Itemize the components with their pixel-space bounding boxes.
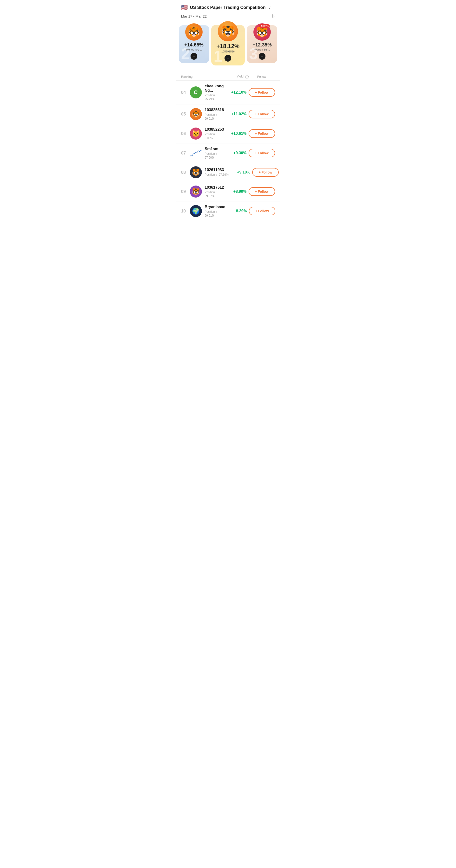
follow-button[interactable]: + Follow	[249, 207, 275, 215]
table-header: Ranking Yield i Follow	[176, 73, 280, 81]
user-info: 103617512 Position：99.87%	[205, 185, 225, 198]
podium-first: 1 🐯 +18.12% 105591586 +	[211, 25, 245, 65]
podium-follow-third[interactable]: +	[259, 53, 265, 60]
col-ranking: Ranking	[181, 75, 225, 79]
yield-value: +10.61%	[225, 131, 247, 136]
user-avatar: 🌍	[190, 205, 202, 217]
table-row: 10 🌍 BryanIsaac Position：99.91% +8.29% +…	[176, 202, 280, 221]
rank-number: 08	[181, 170, 190, 175]
date-range: Mar 17 - Mar 22	[181, 14, 207, 18]
follow-button[interactable]: + Follow	[249, 187, 275, 196]
table-row: 05 🐯 103825618 Position：99.01% +11.02% +…	[176, 104, 280, 124]
user-avatar: 🐱	[190, 128, 202, 140]
yield-value: +12.10%	[225, 90, 247, 95]
user-info: 103852253 Position：0.00%	[205, 127, 225, 140]
podium-follow-first[interactable]: +	[225, 55, 231, 62]
user-info: chee kong Ng... Position：25.79%	[205, 84, 225, 101]
yield-value: +8.90%	[225, 189, 247, 194]
yield-value: +9.10%	[229, 170, 250, 175]
user-position: Position：99.87%	[205, 190, 225, 198]
leaderboard-list: 04 C chee kong Ng... Position：25.79% +12…	[176, 81, 280, 221]
table-row: 04 C chee kong Ng... Position：25.79% +12…	[176, 81, 280, 104]
yield-info-icon[interactable]: i	[245, 75, 249, 79]
follow-button[interactable]: + Follow	[252, 168, 279, 177]
table-row: 09 🐯 103617512 Position：99.87% +8.90% + …	[176, 182, 280, 202]
avatar-emoji-first: 🐯	[218, 21, 238, 41]
loss-badge: -58.97%	[259, 24, 270, 28]
follow-button[interactable]: + Follow	[249, 149, 275, 157]
rank-number: 04	[181, 90, 190, 95]
table-row: 07 Sm1sm Position：57.50% +9.30% + Follow	[176, 144, 280, 163]
podium-yield-first: +18.12%	[217, 43, 239, 50]
user-position: Position：-27.59%	[205, 173, 229, 177]
podium-yield-second: +14.65%	[184, 42, 204, 48]
avatar-first: 🐯	[218, 21, 238, 41]
podium-follow-second[interactable]: +	[191, 53, 197, 60]
rank-number: 09	[181, 189, 190, 194]
user-avatar: C	[190, 86, 202, 98]
podium-name-second: Money is G...	[186, 48, 202, 51]
table-row: 08 🐯 102611933 Position：-27.59% +9.10% +…	[176, 163, 280, 182]
user-info: Sm1sm Position：57.50%	[205, 147, 225, 159]
podium-yield-third: +12.35%	[252, 42, 272, 48]
rank-number: 10	[181, 209, 190, 214]
competition-title: US Stock Paper Trading Competition	[190, 5, 266, 10]
user-info: 103825618 Position：99.01%	[205, 108, 225, 120]
podium-second: 2 🐯 +14.65% Money is G... +	[179, 25, 209, 63]
user-position: Position：99.01%	[205, 113, 225, 120]
rank-number: 05	[181, 112, 190, 117]
filter-icon[interactable]: ⇅	[272, 13, 275, 19]
yield-value: +11.02%	[225, 112, 247, 116]
user-position: Position：25.79%	[205, 93, 225, 101]
yield-value: +8.29%	[225, 209, 247, 213]
col-yield: Yield i	[225, 74, 249, 79]
avatar-emoji-second: 🐯	[185, 23, 203, 41]
user-info: 102611933 Position：-27.59%	[205, 168, 229, 177]
chevron-down-icon[interactable]: ∨	[268, 5, 271, 10]
podium-third: 3 🐯 -58.97% +12.35% Warren Buf... +	[247, 25, 277, 63]
col-follow: Follow	[249, 75, 275, 79]
user-name: 103825618	[205, 108, 225, 112]
user-avatar: 🐯	[190, 186, 202, 197]
user-avatar: 🐯	[190, 108, 202, 120]
user-name: 103852253	[205, 127, 225, 132]
user-name: 102611933	[205, 168, 229, 172]
user-avatar-chart	[190, 147, 202, 159]
avatar-third: 🐯 -58.97%	[253, 23, 271, 41]
user-name: Sm1sm	[205, 147, 225, 151]
rank-number: 06	[181, 131, 190, 136]
podium-section: 2 🐯 +14.65% Money is G... + 1 🐯 +18.12% …	[176, 23, 280, 73]
user-position: Position：57.50%	[205, 152, 225, 159]
follow-button[interactable]: + Follow	[249, 129, 275, 138]
podium-name-first: 105591586	[221, 50, 235, 53]
rank-bg-1: 1	[214, 49, 222, 64]
user-position: Position：99.91%	[205, 210, 225, 217]
avatar-second: 🐯	[185, 23, 203, 41]
user-info: BryanIsaac Position：99.91%	[205, 205, 225, 217]
user-name: BryanIsaac	[205, 205, 225, 209]
follow-button[interactable]: + Follow	[249, 110, 275, 118]
follow-button[interactable]: + Follow	[249, 88, 275, 97]
flag-icon: 🇺🇸	[181, 4, 188, 10]
user-position: Position：0.00%	[205, 132, 225, 140]
podium-name-third: Warren Buf...	[254, 48, 270, 51]
header-left: 🇺🇸 US Stock Paper Trading Competition ∨	[181, 4, 271, 10]
rank-number: 07	[181, 151, 190, 156]
yield-value: +9.30%	[225, 151, 247, 155]
user-name: chee kong Ng...	[205, 84, 225, 93]
user-avatar: 🐯	[190, 166, 202, 178]
table-row: 06 🐱 103852253 Position：0.00% +10.61% + …	[176, 124, 280, 144]
header: 🇺🇸 US Stock Paper Trading Competition ∨	[176, 0, 280, 12]
user-name: 103617512	[205, 185, 225, 190]
